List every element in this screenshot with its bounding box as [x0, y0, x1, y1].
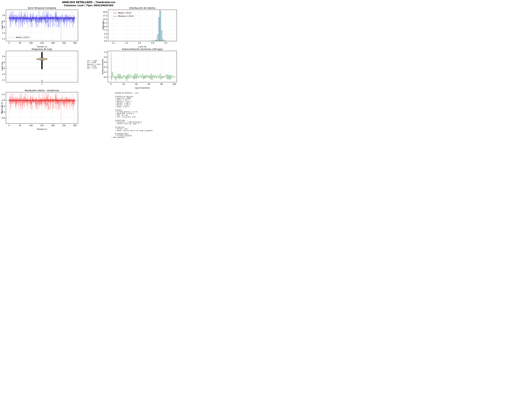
xlabel-residuales: Tiempo (s): [37, 128, 47, 130]
svg-text:0.4: 0.4: [104, 66, 107, 68]
svg-text:300: 300: [73, 125, 77, 126]
svg-text:0: 0: [9, 125, 10, 126]
svg-text:20.0: 20.0: [103, 11, 107, 13]
title-residuales: Residuales (datos - tendencia): [25, 89, 59, 92]
svg-text:100: 100: [29, 42, 33, 44]
svg-text:2.2: 2.2: [2, 38, 5, 40]
svg-text:150: 150: [40, 125, 44, 126]
svg-text:250: 250: [62, 125, 66, 126]
xlabel-distribucion: Luz4 (V): [138, 46, 146, 48]
ylabel-residuales: Residual (V): [1, 102, 3, 114]
xlabel-autocorrelacion: Lag (muestras): [135, 87, 150, 89]
analysis-figure: ANÁLISIS DETALLADO - 7medcolor.csv Colum…: [0, 0, 177, 139]
svg-text:17.5: 17.5: [103, 15, 107, 17]
title-diagrama-caja: Diagrama de Caja: [32, 48, 52, 51]
svg-text:0.6: 0.6: [104, 61, 107, 63]
svg-text:40: 40: [135, 83, 138, 85]
ylabel-autocorrelacion: Autocorrelación: [102, 59, 104, 74]
svg-text:15.0: 15.0: [103, 18, 107, 21]
svg-text:50: 50: [19, 125, 21, 126]
media-dash-sample: [11, 37, 15, 38]
svg-text:3.0: 3.0: [164, 42, 167, 44]
svg-text:2.2: 2.2: [2, 79, 5, 81]
svg-text:5.0: 5.0: [104, 33, 107, 35]
svg-text:1.0: 1.0: [104, 51, 107, 53]
svg-text:0: 0: [9, 42, 10, 44]
svg-text:0: 0: [110, 83, 112, 85]
title-autocorrelacion: Autocorrelación (primeros 100 lags): [122, 48, 163, 51]
legend-distribucion: Media: 2.911V Mediana: 2.912V: [112, 11, 135, 18]
svg-text:20: 20: [122, 83, 125, 85]
boxplot-stats-annotation: Mín: 2.168V Q1: 2.900V Mediana: 2.912V Q…: [87, 60, 101, 69]
svg-text:2.4: 2.4: [2, 73, 5, 75]
svg-text:2.4: 2.4: [2, 32, 5, 34]
svg-text:1: 1: [42, 83, 43, 85]
xlabel-serie-temporal: Tiempo (s): [37, 46, 47, 48]
ylabel-diagrama-caja: Luz4 (V): [1, 63, 3, 71]
svg-text:2.6: 2.6: [138, 42, 141, 44]
svg-text:3.0: 3.0: [2, 14, 5, 16]
title-distribucion: Distribución de Valores: [129, 7, 155, 9]
svg-text:2.2: 2.2: [112, 42, 115, 44]
mediana-dash-sample: [113, 16, 117, 16]
svg-text:50: 50: [19, 42, 21, 44]
svg-text:300: 300: [73, 42, 77, 44]
svg-text:7.5: 7.5: [104, 29, 107, 31]
ylabel-serie-temporal: Luz4 (V): [1, 21, 3, 29]
legend-label-media: Media: 2.911V: [16, 36, 29, 39]
media-dash-sample: [113, 13, 117, 13]
svg-text:3.0: 3.0: [2, 55, 5, 58]
svg-text:250: 250: [62, 42, 66, 44]
svg-text:200: 200: [51, 125, 55, 126]
svg-text:0.0: 0.0: [104, 76, 107, 78]
ylabel-distribucion: Densidad: [102, 21, 104, 30]
svg-text:80: 80: [160, 83, 163, 85]
svg-text:60: 60: [148, 83, 150, 85]
svg-text:0.8: 0.8: [104, 56, 107, 58]
svg-text:0.2: 0.2: [104, 71, 107, 73]
svg-text:0.0: 0.0: [104, 40, 107, 42]
metrics-summary: RESUMEN DE MÉTRICAS - Luz4 Estadísticas …: [111, 92, 153, 138]
legend-label-mediana: Mediana: 2.912V: [118, 15, 134, 17]
svg-text:200: 200: [51, 42, 55, 44]
svg-text:100: 100: [29, 125, 33, 126]
svg-text:2.8: 2.8: [151, 42, 154, 44]
legend-serie-temporal: Media: 2.911V: [10, 36, 31, 39]
svg-text:−0.6: −0.6: [0, 117, 5, 119]
svg-text:0.0: 0.0: [2, 99, 5, 101]
legend-label-media: Media: 2.911V: [118, 12, 131, 14]
svg-text:2.5: 2.5: [104, 36, 107, 39]
svg-text:100: 100: [172, 83, 176, 85]
title-serie-temporal: Serie Temporal Completa: [28, 7, 56, 9]
svg-text:2.4: 2.4: [125, 42, 128, 44]
svg-text:0.2: 0.2: [2, 94, 5, 95]
svg-text:150: 150: [40, 42, 44, 44]
